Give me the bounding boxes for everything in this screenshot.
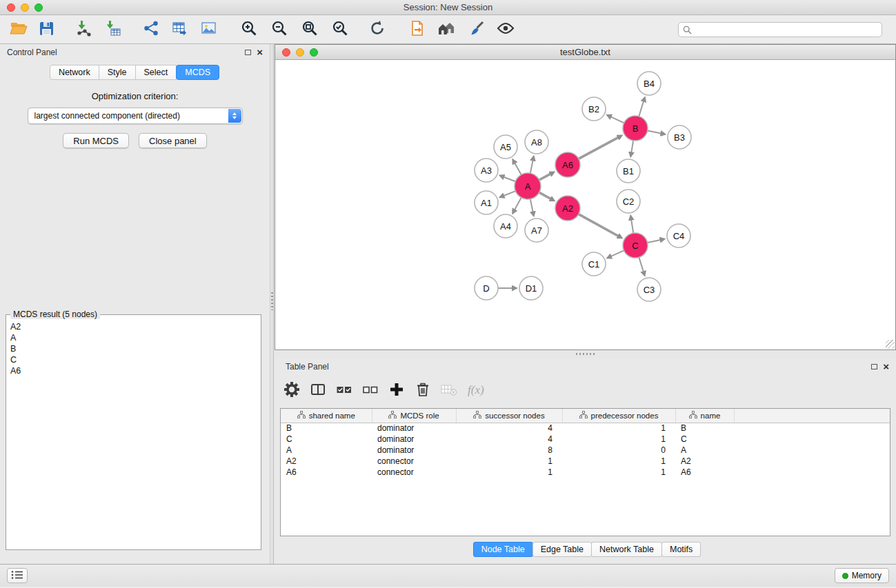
- node-B3[interactable]: B3: [668, 125, 691, 149]
- optimization-criterion-select[interactable]: largest connected component (directed): [28, 108, 243, 124]
- node-A1[interactable]: A1: [475, 191, 498, 214]
- edge-B-B3[interactable]: [648, 131, 661, 134]
- table-cell[interactable]: 4: [456, 434, 562, 445]
- import-network-button[interactable]: [72, 19, 95, 40]
- tab-style[interactable]: Style: [99, 65, 136, 80]
- edge-A-A7[interactable]: [530, 199, 533, 212]
- table-row[interactable]: A6connector11A6: [281, 467, 890, 478]
- edge-A6-B[interactable]: [579, 137, 619, 159]
- vertical-splitter[interactable]: [270, 44, 274, 564]
- zoom-fit-button[interactable]: [298, 19, 321, 40]
- column-header[interactable]: name: [675, 409, 734, 423]
- table-row[interactable]: A2connector11A2: [281, 456, 890, 467]
- close-window-button[interactable]: [7, 3, 15, 12]
- show-columns-button[interactable]: [308, 381, 328, 400]
- table-cell[interactable]: A6: [675, 467, 734, 478]
- zoom-out-button[interactable]: [268, 19, 291, 40]
- table-cell[interactable]: C: [281, 434, 372, 445]
- node-A5[interactable]: A5: [494, 135, 517, 159]
- edge-B-B4[interactable]: [639, 101, 644, 116]
- first-neighbors-button[interactable]: [435, 19, 458, 40]
- node-C[interactable]: C: [623, 233, 648, 258]
- node-A[interactable]: A: [515, 173, 541, 199]
- node-A4[interactable]: A4: [494, 214, 517, 238]
- network-fullscreen-button[interactable]: [310, 48, 318, 57]
- export-document-button[interactable]: [406, 19, 429, 40]
- node-A6[interactable]: A6: [555, 152, 580, 177]
- table-cell[interactable]: 1: [456, 456, 562, 467]
- list-item[interactable]: A6: [10, 365, 257, 376]
- task-history-button[interactable]: [7, 568, 28, 583]
- network-close-button[interactable]: [282, 48, 290, 57]
- clear-all-columns-button[interactable]: [360, 381, 381, 400]
- edge-A-A2[interactable]: [539, 192, 551, 199]
- style-brush-button[interactable]: [465, 19, 488, 40]
- table-cell[interactable]: dominator: [372, 423, 456, 434]
- column-header[interactable]: shared name: [281, 409, 372, 423]
- export-image-button[interactable]: [197, 19, 221, 40]
- tab-select[interactable]: Select: [135, 65, 177, 80]
- float-panel-icon[interactable]: [245, 50, 251, 55]
- table-cell[interactable]: connector: [372, 467, 456, 478]
- minimize-window-button[interactable]: [21, 3, 29, 12]
- table-cell[interactable]: C: [675, 434, 734, 445]
- run-mcds-button[interactable]: Run MCDS: [63, 133, 129, 148]
- table-cell[interactable]: A6: [281, 467, 372, 478]
- zoom-selected-button[interactable]: [328, 19, 352, 40]
- node-A7[interactable]: A7: [525, 219, 548, 242]
- list-item[interactable]: A: [10, 332, 257, 343]
- delete-table-button[interactable]: [439, 381, 459, 400]
- edge-C-C3[interactable]: [639, 257, 644, 272]
- tab-mcds[interactable]: MCDS: [176, 65, 219, 80]
- edge-C-C1[interactable]: [611, 250, 624, 256]
- search-box[interactable]: [678, 22, 882, 37]
- column-header[interactable]: predecessor nodes: [562, 409, 675, 423]
- float-panel-icon[interactable]: [871, 364, 877, 369]
- list-item[interactable]: C: [10, 354, 257, 365]
- node-A8[interactable]: A8: [525, 130, 548, 154]
- table-cell[interactable]: 0: [562, 445, 675, 456]
- close-panel-icon[interactable]: ×: [257, 48, 263, 57]
- edge-A-A8[interactable]: [530, 161, 533, 174]
- zoom-in-button[interactable]: [237, 19, 261, 40]
- edge-C-C2[interactable]: [631, 220, 633, 234]
- search-input[interactable]: [679, 23, 882, 37]
- table-cell[interactable]: 4: [456, 423, 562, 434]
- delete-column-button[interactable]: [412, 381, 433, 400]
- edge-A-A6[interactable]: [539, 174, 551, 180]
- table-cell[interactable]: A2: [281, 456, 372, 467]
- close-panel-icon[interactable]: ×: [883, 363, 889, 371]
- node-A3[interactable]: A3: [475, 159, 498, 182]
- column-header[interactable]: successor nodes: [456, 409, 562, 423]
- node-D1[interactable]: D1: [519, 276, 543, 300]
- table-cell[interactable]: dominator: [372, 434, 456, 445]
- horizontal-splitter[interactable]: [275, 350, 896, 358]
- edge-C-C4[interactable]: [648, 240, 661, 243]
- edge-A-A5[interactable]: [515, 163, 521, 175]
- save-session-button[interactable]: [34, 19, 58, 40]
- table-cell[interactable]: dominator: [372, 445, 456, 456]
- table-cell[interactable]: B: [281, 423, 372, 434]
- clone-network-table-button[interactable]: [168, 19, 192, 40]
- memory-button[interactable]: Memory: [835, 568, 889, 583]
- table-cell[interactable]: connector: [372, 456, 456, 467]
- table-cell[interactable]: A: [281, 445, 372, 456]
- table-row[interactable]: Cdominator41C: [281, 434, 890, 445]
- tab-network-table[interactable]: Network Table: [591, 542, 662, 557]
- list-item[interactable]: A2: [10, 321, 257, 332]
- node-D[interactable]: D: [475, 276, 498, 300]
- node-B2[interactable]: B2: [582, 97, 606, 121]
- table-cell[interactable]: 1: [562, 434, 675, 445]
- apply-layout-button[interactable]: [366, 19, 389, 40]
- create-column-button[interactable]: [386, 381, 407, 400]
- table-cell[interactable]: 1: [562, 423, 675, 434]
- open-session-button[interactable]: [7, 19, 30, 40]
- tab-network[interactable]: Network: [50, 65, 99, 80]
- edge-A-A1[interactable]: [504, 191, 515, 196]
- table-cell[interactable]: 1: [562, 467, 675, 478]
- table-cell[interactable]: A: [675, 445, 734, 456]
- toggle-visibility-button[interactable]: [494, 19, 517, 40]
- tab-motifs[interactable]: Motifs: [661, 542, 701, 557]
- table-row[interactable]: Adominator80A: [281, 445, 890, 456]
- column-header[interactable]: MCDS role: [372, 409, 456, 423]
